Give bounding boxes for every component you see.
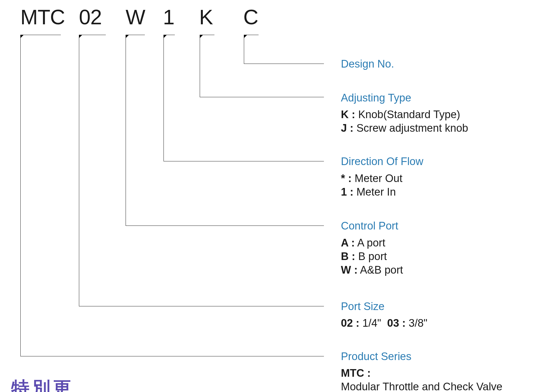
underline-6 xyxy=(244,35,259,35)
connector-3-h xyxy=(126,226,324,226)
control-port-option-1: A : A port xyxy=(341,237,385,249)
tick-6 xyxy=(244,35,247,38)
underline-5 xyxy=(200,35,214,35)
tick-5 xyxy=(200,35,203,38)
adjusting-type-option-1: K : Knob(Standard Type) xyxy=(341,109,460,121)
direction-option-2: 1 : Meter In xyxy=(341,186,396,198)
code-seg-1: MTC xyxy=(20,5,65,29)
connector-6-h xyxy=(244,64,324,64)
connector-1-h xyxy=(20,356,324,356)
code-seg-5: K xyxy=(199,5,213,29)
product-series-option-1-code: MTC : xyxy=(341,367,371,379)
connector-3-v xyxy=(126,35,126,226)
underline-4 xyxy=(164,35,175,35)
section-title-control-port: Control Port xyxy=(341,220,398,232)
section-title-design-no: Design No. xyxy=(341,58,394,70)
section-title-direction-of-flow: Direction Of Flow xyxy=(341,155,423,168)
code-seg-3: W xyxy=(126,5,145,29)
control-port-option-2: B : B port xyxy=(341,250,387,263)
code-seg-2: 02 xyxy=(79,5,102,29)
adjusting-type-option-2: J : Screw adjustment knob xyxy=(341,122,468,134)
code-seg-4: 1 xyxy=(163,5,174,29)
connector-1-v xyxy=(20,35,21,356)
tick-2 xyxy=(79,35,82,38)
connector-5-v xyxy=(200,35,200,97)
connector-2-h xyxy=(79,306,324,306)
connector-4-v xyxy=(164,35,164,161)
connector-4-h xyxy=(164,161,324,161)
section-title-port-size: Port Size xyxy=(341,300,384,313)
underline-2 xyxy=(79,35,106,35)
product-series-option-1-label: Modular Throttle and Check Valve xyxy=(341,381,502,392)
control-port-option-3: W : A&B port xyxy=(341,264,403,276)
section-title-adjusting-type: Adjusting Type xyxy=(341,92,411,104)
tick-3 xyxy=(126,35,129,38)
port-size-options: 02 : 1/4" 03 : 3/8" xyxy=(341,317,427,329)
connector-2-v xyxy=(79,35,79,306)
tick-4 xyxy=(164,35,167,38)
code-seg-6: C xyxy=(243,5,258,29)
bottom-partial-text: 特別更 xyxy=(11,376,74,392)
underline-3 xyxy=(126,35,145,35)
ordering-code-diagram: MTC 02 W 1 K C Design No. Adjusting Type… xyxy=(0,0,559,392)
connector-5-h xyxy=(200,97,324,97)
direction-option-1: * : Meter Out xyxy=(341,172,403,185)
underline-1 xyxy=(20,35,61,35)
connector-6-v xyxy=(244,35,244,64)
tick-1 xyxy=(20,35,24,38)
section-title-product-series: Product Series xyxy=(341,350,411,363)
